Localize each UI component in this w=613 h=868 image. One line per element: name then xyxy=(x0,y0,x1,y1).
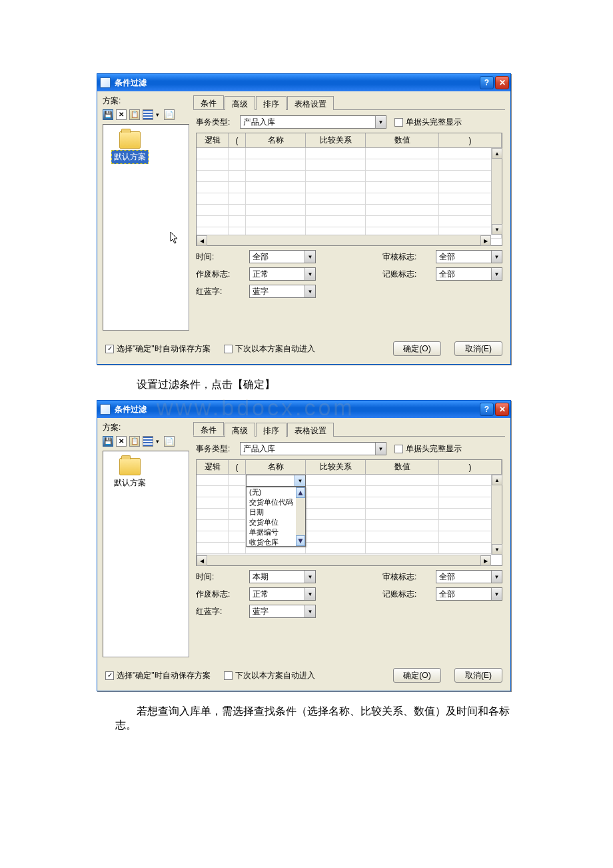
save-icon[interactable]: 💾 xyxy=(103,436,113,447)
scheme-list[interactable]: 默认方案 xyxy=(103,124,189,331)
audit-combo[interactable]: 全部▼ xyxy=(436,570,502,583)
col-compare[interactable]: 比较关系 xyxy=(306,133,366,147)
invalid-combo[interactable]: 正常▼ xyxy=(249,587,316,601)
name-cell-editor[interactable]: ▼ xyxy=(246,475,306,487)
col-name[interactable]: 名称 xyxy=(246,460,306,474)
col-value[interactable]: 数值 xyxy=(366,133,439,147)
chevron-down-icon[interactable]: ▼ xyxy=(491,571,502,583)
col-lparen[interactable]: ( xyxy=(229,460,246,474)
redblue-combo[interactable]: 蓝字▼ xyxy=(249,605,316,618)
scheme-item-default[interactable]: 默认方案 xyxy=(110,458,150,489)
scroll-left-icon[interactable]: ◀ xyxy=(197,555,207,566)
chevron-down-icon[interactable]: ▼ xyxy=(305,285,315,297)
ok-button[interactable]: 确定(O) xyxy=(393,341,441,356)
titlebar[interactable]: 条件过滤 ? ✕ xyxy=(97,74,510,91)
chevron-down-icon[interactable]: ▼ xyxy=(375,116,386,128)
full-header-checkbox[interactable] xyxy=(394,445,403,453)
tab-tablesettings[interactable]: 表格设置 xyxy=(287,96,334,110)
chevron-down-icon[interactable]: ▼ xyxy=(295,475,305,486)
autosave-checkbox[interactable]: ✓ xyxy=(105,345,114,353)
chevron-down-icon[interactable]: ▼ xyxy=(375,443,386,455)
chevron-down-icon[interactable]: ▼ xyxy=(305,571,315,583)
dropdown-arrow-icon[interactable]: ▾ xyxy=(156,111,161,118)
autoenter-checkbox[interactable] xyxy=(224,671,233,680)
dd-item[interactable]: (无) xyxy=(247,487,296,497)
help-button[interactable]: ? xyxy=(480,76,494,89)
full-header-checkbox[interactable] xyxy=(394,118,403,127)
scroll-up-icon[interactable]: ▲ xyxy=(296,487,305,498)
ok-button[interactable]: 确定(O) xyxy=(393,668,441,683)
invalid-combo[interactable]: 正常▼ xyxy=(249,267,316,281)
dropdown-arrow-icon[interactable]: ▾ xyxy=(156,438,161,445)
condition-grid[interactable]: 逻辑 ( 名称 比较关系 数值 ) xyxy=(196,459,502,566)
col-rparen[interactable]: ) xyxy=(439,460,502,474)
scroll-down-icon[interactable]: ▼ xyxy=(492,224,502,235)
chevron-down-icon[interactable]: ▼ xyxy=(491,251,502,263)
tab-advanced[interactable]: 高级 xyxy=(225,96,255,110)
scroll-right-icon[interactable]: ▶ xyxy=(480,555,491,566)
dd-item[interactable]: 收货仓库 xyxy=(247,537,296,547)
col-value[interactable]: 数值 xyxy=(366,460,439,474)
chevron-down-icon[interactable]: ▼ xyxy=(305,268,315,280)
col-logic[interactable]: 逻辑 xyxy=(197,133,229,147)
chevron-down-icon[interactable]: ▼ xyxy=(305,251,315,263)
scroll-down-icon[interactable]: ▼ xyxy=(296,535,305,546)
titlebar[interactable]: 条件过滤 ? ✕ xyxy=(97,401,510,418)
scroll-down-icon[interactable]: ▼ xyxy=(492,544,502,555)
autoenter-checkbox[interactable] xyxy=(224,345,233,353)
tab-conditions[interactable]: 条件 xyxy=(193,95,224,109)
grid-hscroll[interactable]: ◀ ▶ xyxy=(197,235,491,245)
save-icon[interactable]: 💾 xyxy=(103,109,113,120)
time-combo[interactable]: 全部▼ xyxy=(249,250,316,263)
dd-item[interactable]: 交货单位代码 xyxy=(247,497,296,507)
scroll-left-icon[interactable]: ◀ xyxy=(197,235,207,246)
delete-icon[interactable]: ✕ xyxy=(116,436,127,447)
tab-sort[interactable]: 排序 xyxy=(256,96,287,110)
chevron-down-icon[interactable]: ▼ xyxy=(305,588,315,600)
grid-icon[interactable] xyxy=(143,436,153,447)
scroll-up-icon[interactable]: ▲ xyxy=(492,475,502,485)
scroll-right-icon[interactable]: ▶ xyxy=(480,235,491,246)
audit-combo[interactable]: 全部▼ xyxy=(436,250,502,263)
grid-vscroll[interactable]: ▲ ▼ xyxy=(491,475,502,555)
col-compare[interactable]: 比较关系 xyxy=(306,460,366,474)
tx-type-combo[interactable]: 产品入库 ▼ xyxy=(240,442,386,455)
chevron-down-icon[interactable]: ▼ xyxy=(491,588,502,600)
scroll-up-icon[interactable]: ▲ xyxy=(492,148,502,159)
help-button[interactable]: ? xyxy=(480,403,494,416)
close-button[interactable]: ✕ xyxy=(495,403,509,416)
name-dropdown[interactable]: (无) 交货单位代码 日期 交货单位 单据编号 收货仓库 ▲ xyxy=(246,487,306,547)
dd-item[interactable]: 日期 xyxy=(247,507,296,517)
post-combo[interactable]: 全部▼ xyxy=(436,587,502,601)
properties-icon[interactable]: 📄 xyxy=(164,436,175,447)
tx-type-combo[interactable]: 产品入库 ▼ xyxy=(240,115,386,129)
delete-icon[interactable]: ✕ xyxy=(116,109,127,120)
post-combo[interactable]: 全部▼ xyxy=(436,267,502,281)
grid-rows[interactable] xyxy=(197,148,502,245)
time-combo[interactable]: 本期▼ xyxy=(249,570,316,583)
chevron-down-icon[interactable]: ▼ xyxy=(305,605,315,617)
col-lparen[interactable]: ( xyxy=(229,133,246,147)
close-button[interactable]: ✕ xyxy=(495,76,509,89)
tab-advanced[interactable]: 高级 xyxy=(225,423,255,437)
condition-grid[interactable]: 逻辑 ( 名称 比较关系 数值 ) xyxy=(196,133,502,246)
grid-rows[interactable]: ▼ (无) 交货单位代码 日期 交货单位 单据编号 xyxy=(197,475,502,565)
tab-tablesettings[interactable]: 表格设置 xyxy=(287,423,334,437)
col-name[interactable]: 名称 xyxy=(246,133,306,147)
paste-icon[interactable]: 📋 xyxy=(129,436,140,447)
tab-conditions[interactable]: 条件 xyxy=(193,422,224,436)
grid-icon[interactable] xyxy=(143,109,153,120)
properties-icon[interactable]: 📄 xyxy=(164,109,175,120)
tab-sort[interactable]: 排序 xyxy=(256,423,287,437)
paste-icon[interactable]: 📋 xyxy=(129,109,140,120)
scheme-item-default[interactable]: 默认方案 xyxy=(110,131,150,164)
grid-vscroll[interactable]: ▲ ▼ xyxy=(491,148,502,235)
dd-item[interactable]: 交货单位 xyxy=(247,517,296,527)
grid-hscroll[interactable]: ◀ ▶ xyxy=(197,555,491,565)
chevron-down-icon[interactable]: ▼ xyxy=(491,268,502,280)
dropdown-scrollbar[interactable]: ▲ ▼ xyxy=(296,487,305,546)
col-logic[interactable]: 逻辑 xyxy=(197,460,229,474)
autosave-checkbox[interactable]: ✓ xyxy=(105,671,114,680)
cancel-button[interactable]: 取消(E) xyxy=(454,668,502,683)
redblue-combo[interactable]: 蓝字▼ xyxy=(249,285,316,298)
